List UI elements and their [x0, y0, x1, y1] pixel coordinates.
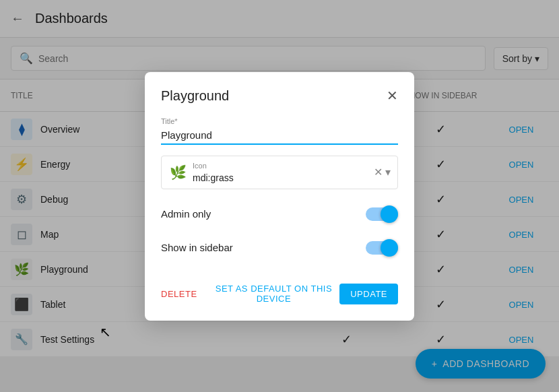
- modal-dialog: Playground ✕ Title* 🌿 Icon mdi:grass ✕ ▾: [145, 72, 414, 321]
- close-button[interactable]: ✕: [387, 89, 398, 102]
- title-field-label: Title*: [161, 117, 398, 125]
- modal-header: Playground ✕: [161, 88, 398, 104]
- delete-button[interactable]: DELETE: [161, 289, 197, 299]
- title-input[interactable]: [161, 127, 398, 145]
- admin-only-label: Admin only: [161, 208, 211, 220]
- icon-actions: ✕ ▾: [374, 166, 391, 178]
- icon-clear-button[interactable]: ✕: [374, 166, 383, 178]
- modal-overlay: Playground ✕ Title* 🌿 Icon mdi:grass ✕ ▾: [0, 0, 559, 392]
- icon-preview: 🌿: [168, 163, 187, 182]
- footer-left: DELETE SET AS DEFAULT ON THIS DEVICE: [161, 284, 339, 304]
- icon-field[interactable]: 🌿 Icon mdi:grass ✕ ▾: [161, 156, 398, 189]
- show-in-sidebar-toggle-row: Show in sidebar: [161, 234, 398, 262]
- set-default-button[interactable]: SET AS DEFAULT ON THIS DEVICE: [208, 284, 340, 304]
- admin-only-toggle-row: Admin only: [161, 200, 398, 228]
- icon-field-label: Icon: [193, 162, 368, 170]
- title-field-group: Title*: [161, 117, 398, 145]
- modal-title: Playground: [161, 88, 229, 104]
- update-button[interactable]: UPDATE: [339, 284, 398, 304]
- toggle-thumb: [381, 239, 398, 257]
- toggle-thumb: [381, 205, 398, 223]
- admin-only-toggle[interactable]: [366, 205, 398, 223]
- modal-footer: DELETE SET AS DEFAULT ON THIS DEVICE UPD…: [161, 278, 398, 304]
- show-in-sidebar-label: Show in sidebar: [161, 242, 233, 253]
- icon-field-group: 🌿 Icon mdi:grass ✕ ▾: [161, 156, 398, 189]
- icon-dropdown-button[interactable]: ▾: [385, 166, 391, 178]
- icon-value: mdi:grass: [193, 172, 368, 183]
- show-in-sidebar-toggle[interactable]: [366, 239, 398, 257]
